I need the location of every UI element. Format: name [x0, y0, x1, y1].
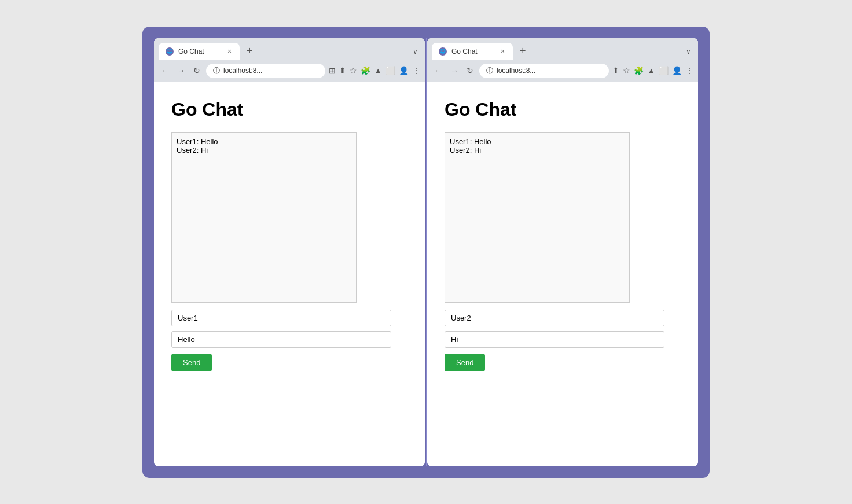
tab-bar-1: 🌐 Go Chat × + ∨ — [154, 38, 425, 60]
address-input-1[interactable]: ⓘ localhost:8... — [206, 64, 325, 78]
extensions-icon-1[interactable]: 🧩 — [361, 66, 370, 75]
tab-dropdown-1[interactable]: ∨ — [410, 45, 420, 58]
flask-icon-2[interactable]: ▲ — [647, 66, 655, 75]
share-icon-2[interactable]: ⬆ — [612, 66, 619, 75]
bookmark-icon-2[interactable]: ☆ — [623, 66, 630, 75]
tab-close-1[interactable]: × — [226, 46, 233, 57]
share-icon-1[interactable]: ⬆ — [339, 66, 346, 75]
send-button-2[interactable]: Send — [445, 354, 485, 371]
new-tab-button-2[interactable]: + — [515, 43, 531, 60]
bookmark-icon-1[interactable]: ☆ — [350, 66, 357, 75]
forward-button-2[interactable]: → — [448, 65, 461, 76]
browser-content-1: Go Chat User1: Hello User2: Hi Send — [154, 82, 425, 466]
flask-icon-1[interactable]: ▲ — [374, 66, 382, 75]
app-title-2: Go Chat — [445, 99, 681, 120]
tab-bar-2: 🌐 Go Chat × + ∨ — [427, 38, 698, 60]
tab-2[interactable]: 🌐 Go Chat × — [432, 43, 513, 60]
outer-container: 🌐 Go Chat × + ∨ ← → ↻ ⓘ localhost:8... ⊞… — [142, 27, 710, 478]
translate-icon-1[interactable]: ⊞ — [329, 66, 336, 75]
profile-icon-1[interactable]: 👤 — [399, 66, 409, 75]
tab-close-2[interactable]: × — [500, 46, 506, 57]
chat-textarea-1[interactable]: User1: Hello User2: Hi — [171, 132, 357, 303]
tab-favicon-2: 🌐 — [439, 47, 447, 56]
address-text-2: localhost:8... — [497, 67, 535, 75]
chat-textarea-2[interactable]: User1: Hello User2: Hi — [445, 132, 630, 303]
address-text-1: localhost:8... — [223, 67, 262, 75]
tab-dropdown-2[interactable]: ∨ — [684, 45, 693, 58]
tab-1[interactable]: 🌐 Go Chat × — [159, 43, 240, 60]
more-icon-1[interactable]: ⋮ — [412, 66, 420, 75]
app-title-1: Go Chat — [171, 99, 407, 120]
toolbar-icons-2: ⬆ ☆ 🧩 ▲ ⬜ 👤 ⋮ — [612, 66, 693, 75]
info-icon-2: ⓘ — [486, 66, 493, 76]
message-input-2[interactable] — [445, 331, 664, 348]
send-button-1[interactable]: Send — [171, 354, 212, 371]
info-icon-1: ⓘ — [213, 66, 220, 76]
address-bar-2: ← → ↻ ⓘ localhost:8... ⬆ ☆ 🧩 ▲ ⬜ 👤 ⋮ — [427, 60, 698, 82]
reload-button-1[interactable]: ↻ — [191, 65, 203, 76]
message-input-1[interactable] — [171, 331, 391, 348]
split-icon-2[interactable]: ⬜ — [659, 66, 669, 75]
username-input-1[interactable] — [171, 310, 391, 326]
back-button-2[interactable]: ← — [432, 65, 445, 76]
split-icon-1[interactable]: ⬜ — [385, 66, 395, 75]
tab-title-2: Go Chat — [451, 47, 495, 56]
username-input-2[interactable] — [445, 310, 664, 326]
browser-window-1: 🌐 Go Chat × + ∨ ← → ↻ ⓘ localhost:8... ⊞… — [154, 38, 425, 466]
back-button-1[interactable]: ← — [159, 65, 171, 76]
browser-chrome-2: 🌐 Go Chat × + ∨ ← → ↻ ⓘ localhost:8... ⬆… — [427, 38, 698, 82]
profile-icon-2[interactable]: 👤 — [672, 66, 682, 75]
browser-chrome-1: 🌐 Go Chat × + ∨ ← → ↻ ⓘ localhost:8... ⊞… — [154, 38, 425, 82]
address-input-2[interactable]: ⓘ localhost:8... — [479, 64, 609, 78]
tab-title-1: Go Chat — [178, 47, 222, 56]
address-bar-1: ← → ↻ ⓘ localhost:8... ⊞ ⬆ ☆ 🧩 ▲ ⬜ 👤 ⋮ — [154, 60, 425, 82]
toolbar-icons-1: ⊞ ⬆ ☆ 🧩 ▲ ⬜ 👤 ⋮ — [329, 66, 420, 75]
forward-button-1[interactable]: → — [175, 65, 188, 76]
new-tab-button-1[interactable]: + — [242, 43, 258, 60]
tab-favicon-1: 🌐 — [166, 47, 174, 56]
browser-content-2: Go Chat User1: Hello User2: Hi Send — [427, 82, 698, 466]
browser-window-2: 🌐 Go Chat × + ∨ ← → ↻ ⓘ localhost:8... ⬆… — [427, 38, 698, 466]
reload-button-2[interactable]: ↻ — [464, 65, 476, 76]
extensions-icon-2[interactable]: 🧩 — [634, 66, 644, 75]
more-icon-2[interactable]: ⋮ — [685, 66, 693, 75]
